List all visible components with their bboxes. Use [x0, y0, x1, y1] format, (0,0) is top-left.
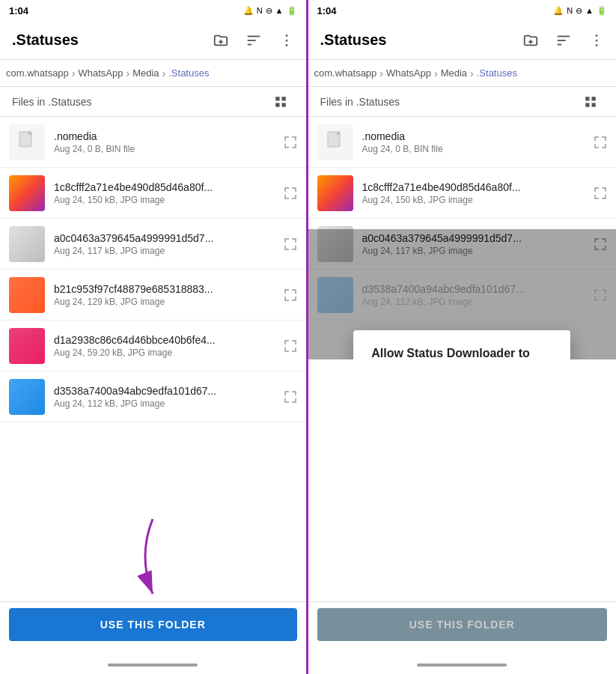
file-item-jpg1-left[interactable]: 1c8cfff2a71e4be490d85d46a80f... Aug 24, …	[0, 168, 306, 219]
file-item-nomedia-right[interactable]: .nomedia Aug 24, 0 B, BIN file	[308, 117, 617, 168]
breadcrumb-com-whatsapp-right[interactable]: com.whatsapp	[314, 67, 377, 79]
expand-icon-jpg1-left	[284, 186, 297, 200]
file-item-jpg1-right[interactable]: 1c8cfff2a71e4be490d85d46a80f... Aug 24, …	[308, 168, 617, 219]
n-icon-right: N	[567, 6, 573, 15]
minus-icon: ⊖	[266, 6, 272, 16]
file-meta-jpg4-left: Aug 24, 59.20 kB, JPG image	[54, 347, 278, 358]
breadcrumb-whatsapp-left[interactable]: WhatsApp	[79, 67, 123, 79]
file-thumb-jpg1-right	[317, 175, 353, 211]
svg-point-22	[596, 44, 598, 46]
file-item-nomedia-left[interactable]: .nomedia Aug 24, 0 B, BIN file	[0, 117, 306, 168]
alarm-icon: 🔔	[243, 6, 254, 16]
app-title-right: .Statuses	[320, 31, 518, 49]
file-name-jpg5-left: d3538a7400a94abc9edfa101d67...	[54, 385, 278, 397]
file-info-jpg1-left: 1c8cfff2a71e4be490d85d46a80f... Aug 24, …	[54, 181, 278, 205]
file-info-jpg4-left: d1a2938c86c64d46bbce40b6fe4... Aug 24, 5…	[54, 334, 278, 358]
app-bar-right: .Statuses	[308, 21, 617, 60]
spacer-right	[308, 359, 617, 602]
sort-button-left[interactable]	[240, 27, 267, 54]
use-this-folder-button-right[interactable]: USE THIS FOLDER	[317, 608, 608, 641]
expand-icon-nomedia-left	[284, 136, 297, 149]
svg-rect-25	[585, 103, 589, 106]
file-item-jpg3-left[interactable]: b21c953f97cf48879e685318883... Aug 24, 1…	[0, 270, 306, 321]
right-panel: 1:04 🔔 N ⊖ ▲ 🔋 .Statuses	[308, 0, 617, 674]
file-name-jpg1-right: 1c8cfff2a71e4be490d85d46a80f...	[362, 181, 588, 193]
file-thumb-jpg3-left	[9, 277, 45, 313]
new-folder-button-left[interactable]	[207, 27, 234, 54]
status-bar-right: 1:04 🔔 N ⊖ ▲ 🔋	[308, 0, 617, 21]
sort-button-right[interactable]	[550, 27, 577, 54]
dialog-title: Allow Status Downloader to access files …	[371, 345, 552, 359]
file-info-jpg2-left: a0c0463a379645a4999991d5d7... Aug 24, 11…	[54, 232, 278, 256]
breadcrumb-media-right[interactable]: Media	[441, 67, 467, 79]
expand-icon-jpg4-left	[284, 339, 297, 353]
bottom-btn-area-right: USE THIS FOLDER	[308, 601, 617, 656]
dialog-overlay: Allow Status Downloader to access files …	[308, 229, 617, 359]
file-info-jpg5-left: d3538a7400a94abc9edfa101d67... Aug 24, 1…	[54, 385, 278, 409]
file-name-nomedia-right: .nomedia	[362, 130, 588, 142]
files-header-left: Files in .Statuses	[0, 87, 306, 117]
nav-bar-line-right	[417, 664, 507, 667]
file-item-jpg2-left[interactable]: a0c0463a379645a4999991d5d7... Aug 24, 11…	[0, 219, 306, 270]
app-title-left: .Statuses	[12, 31, 207, 49]
breadcrumb-left: com.whatsapp › WhatsApp › Media › .Statu…	[0, 60, 306, 87]
breadcrumb-whatsapp-right[interactable]: WhatsApp	[386, 67, 431, 79]
bottom-btn-area-left: USE THIS FOLDER	[0, 601, 306, 656]
file-meta-jpg1-left: Aug 24, 150 kB, JPG image	[54, 195, 278, 205]
nav-indicator-right	[308, 656, 617, 674]
nav-bar-line-left	[108, 664, 198, 667]
breadcrumb-statuses-left[interactable]: .Statuses	[168, 67, 209, 79]
status-icons-left: 🔔 N ⊖ ▲ 🔋	[243, 6, 297, 16]
file-name-jpg3-left: b21c953f97cf48879e685318883...	[54, 283, 278, 295]
more-vert-button-left[interactable]	[273, 27, 300, 54]
app-actions-right	[517, 27, 610, 54]
svg-point-21	[596, 39, 598, 41]
file-item-jpg5-left[interactable]: d3538a7400a94abc9edfa101d67... Aug 24, 1…	[0, 371, 306, 422]
file-thumb-nomedia-right	[317, 124, 353, 160]
svg-rect-23	[585, 97, 589, 100]
permission-dialog: Allow Status Downloader to access files …	[353, 330, 570, 359]
file-meta-jpg1-right: Aug 24, 150 kB, JPG image	[362, 195, 588, 205]
grid-view-button-right[interactable]	[577, 88, 604, 115]
battery-icon-right: 🔋	[597, 6, 607, 16]
expand-icon-jpg3-left	[284, 288, 297, 302]
file-info-jpg3-left: b21c953f97cf48879e685318883... Aug 24, 1…	[54, 283, 278, 307]
svg-rect-28	[337, 132, 340, 135]
expand-icon-nomedia-right	[594, 136, 607, 149]
breadcrumb-statuses-right[interactable]: .Statuses	[477, 67, 517, 79]
svg-point-7	[285, 44, 287, 46]
breadcrumb-media-left[interactable]: Media	[132, 67, 159, 79]
file-info-nomedia-right: .nomedia Aug 24, 0 B, BIN file	[362, 130, 588, 154]
use-this-folder-button-left[interactable]: USE THIS FOLDER	[9, 608, 297, 641]
breadcrumb-com-whatsapp-left[interactable]: com.whatsapp	[6, 67, 69, 79]
expand-icon-jpg2-left	[284, 237, 297, 251]
more-vert-button-right[interactable]	[583, 27, 610, 54]
svg-point-20	[596, 34, 598, 37]
status-icons-right: 🔔 N ⊖ ▲ 🔋	[553, 6, 607, 16]
file-thumb-jpg1-left	[9, 175, 45, 211]
file-name-jpg2-left: a0c0463a379645a4999991d5d7...	[54, 232, 278, 244]
svg-rect-9	[281, 97, 285, 100]
file-meta-nomedia-right: Aug 24, 0 B, BIN file	[362, 144, 588, 154]
minus-icon-right: ⊖	[576, 6, 582, 16]
breadcrumb-right: com.whatsapp › WhatsApp › Media › .Statu…	[308, 60, 617, 87]
files-label-right: Files in .Statuses	[320, 96, 578, 108]
arrow-annotation-left	[0, 511, 306, 601]
grid-view-button-left[interactable]	[267, 88, 294, 115]
n-icon: N	[257, 6, 263, 15]
status-bar-left: 1:04 🔔 N ⊖ ▲ 🔋	[0, 0, 306, 21]
file-thumb-jpg2-left	[9, 226, 45, 262]
time-left: 1:04	[9, 5, 28, 16]
file-item-jpg4-left[interactable]: d1a2938c86c64d46bbce40b6fe4... Aug 24, 5…	[0, 321, 306, 371]
file-name-jpg1-left: 1c8cfff2a71e4be490d85d46a80f...	[54, 181, 278, 193]
wifi-icon: ▲	[275, 6, 284, 15]
time-right: 1:04	[317, 5, 337, 16]
files-header-right: Files in .Statuses	[308, 87, 617, 117]
file-info-jpg1-right: 1c8cfff2a71e4be490d85d46a80f... Aug 24, …	[362, 181, 588, 205]
file-list-left: .nomedia Aug 24, 0 B, BIN file 1c8cfff2a…	[0, 117, 306, 511]
new-folder-button-right[interactable]	[517, 27, 544, 54]
expand-icon-jpg1-right	[594, 186, 607, 200]
svg-point-6	[285, 39, 287, 41]
app-actions-left	[207, 27, 300, 54]
file-meta-jpg2-left: Aug 24, 117 kB, JPG image	[54, 246, 278, 256]
